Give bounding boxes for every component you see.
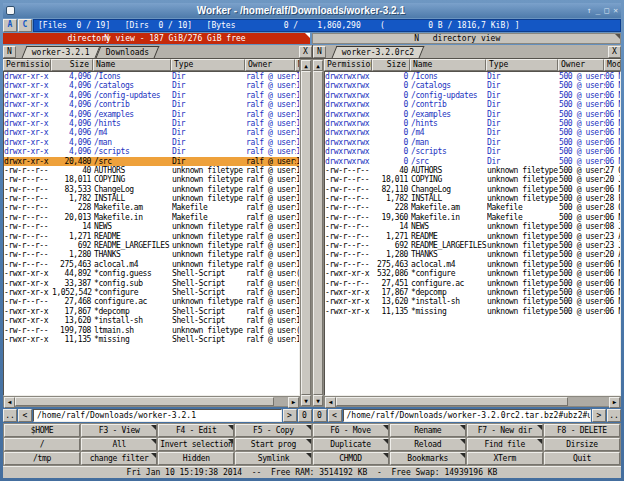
column-header-modify[interactable]: Modif	[604, 59, 621, 71]
tab-worker-3.2.0rc2[interactable]: worker-3.2.0rc2	[332, 46, 425, 58]
file-row[interactable]: -rw-r--r--1,280THANKSunknown filetyperal…	[4, 250, 299, 259]
right-new-tab-button[interactable]: N	[313, 46, 326, 58]
right-history-forward-button[interactable]: >	[592, 409, 606, 422]
file-row[interactable]: drwxrwxrwx0/scriptsDir500 @ users06 N	[325, 147, 620, 156]
column-header-permission[interactable]: Permission	[324, 59, 372, 71]
maximize-button[interactable]: □	[604, 7, 609, 15]
right-vertical-scrollbar[interactable]: ▲ ▼	[312, 59, 324, 407]
file-row[interactable]: drwxrwxrwx0/examplesDir500 @ users06 N	[325, 110, 620, 119]
scrollbar-thumb[interactable]	[336, 397, 568, 406]
bank-button--home[interactable]: $HOME	[4, 424, 80, 437]
right-history-back-button[interactable]: <	[328, 409, 342, 422]
bank-button-dirsize[interactable]: Dirsize	[544, 438, 620, 451]
file-row[interactable]: -rw-r--r--692README_LARGEFILESunknown fi…	[325, 241, 620, 250]
scroll-up-icon[interactable]: ▲	[301, 60, 311, 71]
mode-a-button[interactable]: A	[3, 19, 17, 32]
file-row[interactable]: -rw-r--r--14NEWSunknown filetyperalf @ u…	[4, 222, 299, 231]
file-row[interactable]: drwxr-xr-x4,096/config-updatesDirralf @ …	[4, 91, 299, 100]
minimize-button[interactable]: _	[596, 7, 601, 15]
column-header-name[interactable]: Name	[410, 59, 486, 71]
bank-button-bookmarks[interactable]: Bookmarks	[390, 452, 466, 465]
file-row[interactable]: drwxr-xr-x4,096/scriptsDirralf @ users1	[4, 147, 299, 156]
file-row[interactable]: -rw-r--r--1,271READMEunknown filetyperal…	[4, 232, 299, 241]
file-row[interactable]: drwxrwxrwx0/contribDir500 @ users06 N	[325, 100, 620, 109]
mode-c-button[interactable]: C	[18, 19, 32, 32]
right-parent-dir-button[interactable]: ..	[607, 409, 621, 422]
bank-button--tmp[interactable]: /tmp	[4, 452, 80, 465]
file-row[interactable]: -rwxr-xr-x11,135*missingunknown filetype…	[325, 307, 620, 316]
bank-button-chmod[interactable]: CHMOD	[313, 452, 389, 465]
bank-button-duplicate[interactable]: Duplicate	[313, 438, 389, 451]
bank-button-quit[interactable]: Quit	[544, 452, 620, 465]
file-row[interactable]: -rwxr-xr-x17,867*depcompunknown filetype…	[325, 288, 620, 297]
left-new-tab-button[interactable]: N	[3, 46, 16, 58]
file-row[interactable]: -rw-r--r--1,782INSTALLunknown filetype50…	[325, 194, 620, 203]
file-row[interactable]: -rw-r--r--14NEWSunknown filetype500 @ us…	[325, 222, 620, 231]
left-counter-button[interactable]: 0	[298, 409, 312, 422]
right-path-field[interactable]: /home/ralf/Downloads/worker-3.2.0rc2.tar…	[343, 409, 592, 422]
file-row[interactable]: -rw-r--r--1,280THANKSunknown filetype500…	[325, 250, 620, 259]
scrollbar-thumb[interactable]	[313, 71, 323, 395]
file-row[interactable]: -rw-r--r--228Makefile.amMakefile500 @ us…	[325, 203, 620, 212]
right-counter-button[interactable]: 0	[313, 409, 327, 422]
file-row[interactable]: -rwxr-xr-x17,867*depcompShell-Scriptralf…	[4, 307, 299, 316]
titlebar[interactable]: Worker - /home/ralf/Downloads/worker-3.2…	[3, 3, 621, 18]
file-row[interactable]: drwxr-xr-x4,096/catalogsDirralf @ users1	[4, 81, 299, 90]
bank-button-start-prog[interactable]: Start prog	[235, 438, 311, 451]
file-row[interactable]: -rw-r--r--20,013Makefile.inMakefileralf …	[4, 213, 299, 222]
file-row[interactable]: drwxrwxrwx0/config-updatesDir500 @ users…	[325, 91, 620, 100]
column-header-type[interactable]: Type	[171, 59, 245, 71]
file-row[interactable]: drwxrwxrwx0/manDir500 @ users06 N	[325, 138, 620, 147]
file-row[interactable]: -rwxr-xr-x13,620*install-shShell-Scriptr…	[4, 316, 299, 325]
file-row[interactable]: -rw-r--r--27,468configure.acunknown file…	[4, 297, 299, 306]
left-close-tab-button[interactable]: X	[299, 46, 312, 58]
left-parent-dir-button[interactable]: ..	[3, 409, 17, 422]
column-header-name[interactable]: Name	[93, 59, 171, 71]
file-row[interactable]: -rw-r--r--199,708ltmain.shunknown filety…	[4, 326, 299, 335]
file-row[interactable]: -rw-r--r--228Makefile.amMakefileralf @ u…	[4, 203, 299, 212]
column-header-type[interactable]: Type	[486, 59, 558, 71]
bank-button-f7-new-dir[interactable]: F7 - New dir	[467, 424, 543, 437]
file-row[interactable]: -rw-r--r--40AUTHORSunknown filetype500 @…	[325, 166, 620, 175]
file-row[interactable]: drwxr-xr-x4,096/hintsDirralf @ users1	[4, 119, 299, 128]
file-row[interactable]: -rw-r--r--82,110ChangeLogunknown filetyp…	[325, 185, 620, 194]
bank-button-rename[interactable]: Rename	[390, 424, 466, 437]
file-row[interactable]: -rw-r--r--18,011COPYINGunknown filetype5…	[325, 175, 620, 184]
shade-button[interactable]: ↑	[587, 7, 592, 15]
file-row[interactable]: -rw-r--r--1,782INSTALLunknown filetypera…	[4, 194, 299, 203]
right-horizontal-scrollbar[interactable]: ◀ ▶	[324, 396, 621, 407]
file-row[interactable]: drwxr-xr-x4,096/m4Dirralf @ users1	[4, 128, 299, 137]
scroll-down-icon[interactable]: ▼	[301, 395, 311, 406]
scrollbar-thumb[interactable]	[301, 71, 311, 395]
close-button[interactable]: ✕	[613, 7, 618, 15]
file-row[interactable]: -rw-r--r--18,011COPYINGunknown filetyper…	[4, 175, 299, 184]
file-row[interactable]: -rw-r--r--19,360Makefile.inMakefile500 @…	[325, 213, 620, 222]
file-row[interactable]: -rw-r--r--27,451configure.acunknown file…	[325, 279, 620, 288]
bank-button-invert-selection[interactable]: Invert selection	[158, 438, 234, 451]
bank-button-f6-move[interactable]: F6 - Move	[313, 424, 389, 437]
bank-button-hidden[interactable]: Hidden	[158, 452, 234, 465]
bank-button-f8-delete[interactable]: F8 - DELETE	[544, 424, 620, 437]
left-pane-header[interactable]: directory view - 187 GiB/276 GiB free N	[3, 33, 310, 44]
left-history-back-button[interactable]: <	[18, 409, 32, 422]
scrollbar-thumb[interactable]	[15, 397, 274, 406]
file-row[interactable]: -rw-r--r--83,533ChangeLogunknown filetyp…	[4, 185, 299, 194]
tab-worker-3.2.1[interactable]: worker-3.2.1	[22, 46, 101, 58]
right-pane-header[interactable]: directory view N	[312, 33, 621, 44]
file-row[interactable]: -rwxr-xr-x532,086*configureunknown filet…	[325, 269, 620, 278]
file-row[interactable]: drwxr-xr-x4,096/contribDirralf @ users1	[4, 100, 299, 109]
scroll-down-icon[interactable]: ▼	[313, 395, 323, 406]
column-header-owner[interactable]: Owner	[558, 59, 604, 71]
bank-button-all[interactable]: All	[81, 438, 157, 451]
left-history-forward-button[interactable]: >	[283, 409, 297, 422]
column-header-size[interactable]: Size	[51, 59, 93, 71]
file-row[interactable]: drwxr-xr-x4,096/IconsDirralf @ users1	[4, 72, 299, 81]
file-row[interactable]: -rwxr-xr-x44,892*config.guessShell-Scrip…	[4, 269, 299, 278]
window-menu-icon[interactable]	[6, 6, 15, 15]
bank-button-f3-view[interactable]: F3 - View	[81, 424, 157, 437]
bank-button-f4-edit[interactable]: F4 - Edit	[158, 424, 234, 437]
bank-button-symlink[interactable]: Symlink	[235, 452, 311, 465]
file-row[interactable]: -rw-r--r--1,271READMEunknown filetype500…	[325, 232, 620, 241]
column-header-size[interactable]: Size	[372, 59, 410, 71]
file-row[interactable]: -rwxr-xr-x13,620*install-shunknown filet…	[325, 297, 620, 306]
